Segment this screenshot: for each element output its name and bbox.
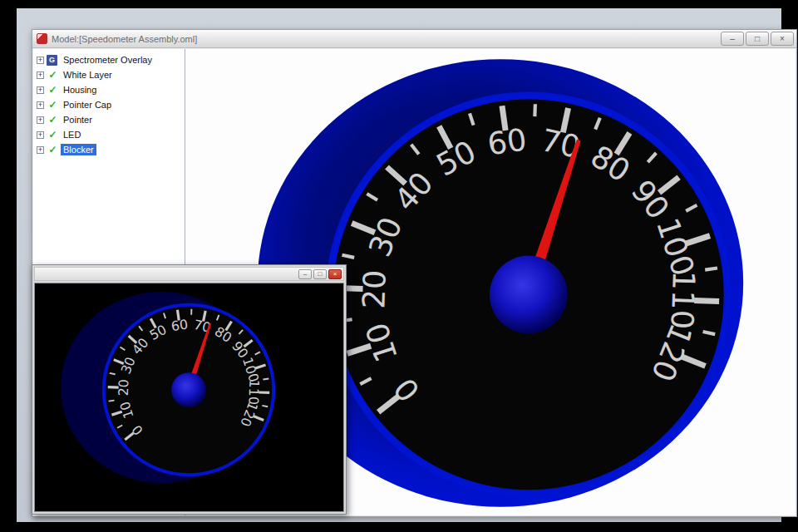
tree-item-label[interactable]: Pointer Cap	[61, 99, 114, 111]
expander-plus-icon[interactable]: +	[37, 116, 44, 124]
tree-item-spectrometer-overlay[interactable]: +GSpectrometer Overlay	[33, 52, 185, 67]
visibility-check-icon[interactable]: ✓	[47, 85, 59, 96]
tree-item-pointer[interactable]: +✓Pointer	[33, 112, 185, 127]
visibility-check-icon[interactable]: ✓	[47, 145, 59, 155]
expander-plus-icon[interactable]: +	[37, 101, 44, 109]
app-icon	[37, 33, 47, 44]
expander-plus-icon[interactable]: +	[37, 131, 44, 139]
svg-text:20: 20	[356, 269, 393, 309]
svg-text:60: 60	[170, 317, 190, 335]
tree-item-label[interactable]: White Layer	[61, 69, 115, 81]
preview-minimize-button[interactable]: –	[298, 269, 312, 279]
tree-item-white-layer[interactable]: +✓White Layer	[33, 67, 185, 82]
preview-titlebar[interactable]: – □ ×	[34, 267, 344, 281]
preview-close-button[interactable]: ×	[328, 269, 342, 279]
group-icon[interactable]: G	[47, 55, 57, 66]
close-button[interactable]: ×	[771, 32, 794, 46]
expander-plus-icon[interactable]: +	[37, 146, 44, 154]
svg-text:60: 60	[485, 121, 529, 162]
expander-plus-icon[interactable]: +	[37, 86, 44, 94]
tree-item-housing[interactable]: +✓Housing	[33, 82, 185, 97]
tree-item-label[interactable]: Blocker	[61, 144, 96, 155]
tree-item-label[interactable]: Spectrometer Overlay	[61, 54, 155, 66]
tree-item-blocker[interactable]: +✓Blocker	[33, 142, 185, 157]
desktop: Model:[Speedometer Assembly.oml] – □ × +…	[17, 8, 781, 522]
visibility-check-icon[interactable]: ✓	[47, 70, 59, 81]
expander-plus-icon[interactable]: +	[37, 71, 44, 79]
main-titlebar[interactable]: Model:[Speedometer Assembly.oml] – □ ×	[32, 30, 796, 48]
tree-item-label[interactable]: Pointer	[61, 114, 95, 126]
preview-maximize-button[interactable]: □	[313, 269, 327, 279]
tree-item-label[interactable]: LED	[61, 129, 83, 140]
svg-text:20: 20	[116, 379, 132, 397]
visibility-check-icon[interactable]: ✓	[47, 115, 59, 126]
screen: Model:[Speedometer Assembly.oml] – □ × +…	[0, 0, 798, 532]
window-title: Model:[Speedometer Assembly.oml]	[52, 34, 721, 44]
maximize-button[interactable]: □	[746, 32, 769, 46]
preview-window: – □ × 0102030405060708090100110120	[32, 264, 347, 515]
window-controls: – □ ×	[721, 32, 794, 46]
preview-render-area: 0102030405060708090100110120	[34, 283, 344, 512]
expander-plus-icon[interactable]: +	[37, 57, 44, 64]
tree-item-led[interactable]: +✓LED	[33, 127, 185, 142]
visibility-check-icon[interactable]: ✓	[47, 130, 59, 140]
minimize-button[interactable]: –	[721, 32, 744, 46]
tree-item-label[interactable]: Housing	[61, 84, 99, 96]
preview-speedometer-render: 0102030405060708090100110120	[35, 283, 343, 511]
tree-item-pointer-cap[interactable]: +✓Pointer Cap	[33, 97, 185, 112]
visibility-check-icon[interactable]: ✓	[47, 100, 59, 111]
